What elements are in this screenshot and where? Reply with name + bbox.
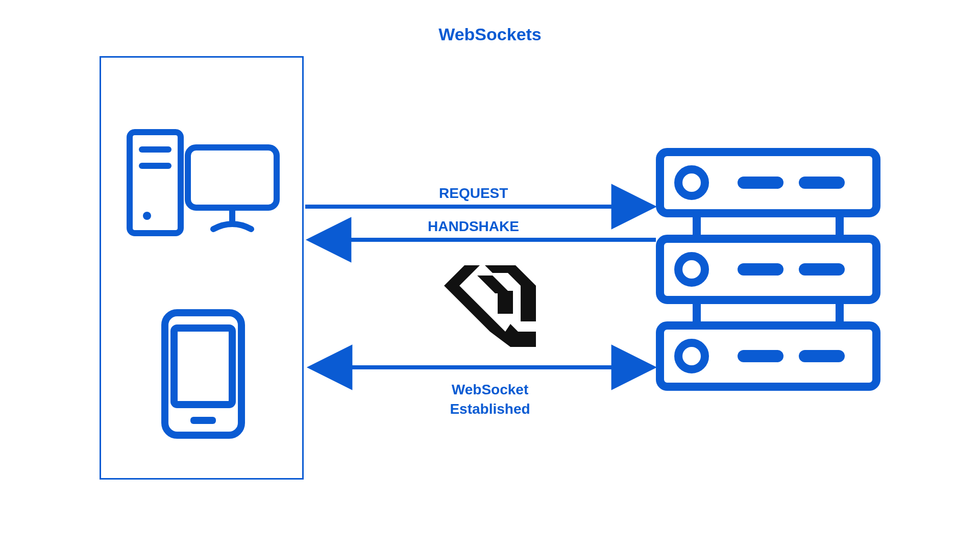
svg-marker-28 — [521, 286, 536, 321]
svg-rect-24 — [799, 350, 845, 362]
svg-rect-18 — [799, 263, 845, 276]
svg-point-22 — [678, 343, 705, 369]
svg-rect-4 — [188, 147, 277, 208]
svg-rect-23 — [738, 350, 783, 362]
svg-rect-17 — [738, 263, 783, 276]
svg-marker-25 — [444, 265, 480, 286]
handshake-label: HANDSHAKE — [428, 218, 519, 235]
established-label: WebSocket Established — [434, 380, 546, 419]
svg-rect-7 — [174, 328, 232, 405]
svg-rect-8 — [190, 417, 216, 424]
svg-marker-29 — [470, 311, 505, 332]
diagram-title: WebSockets — [438, 24, 542, 44]
client-devices-container — [100, 56, 304, 480]
svg-point-16 — [678, 256, 705, 283]
established-label-line2: Established — [450, 401, 530, 417]
svg-rect-11 — [738, 177, 783, 189]
established-label-line1: WebSocket — [452, 382, 528, 397]
svg-marker-26 — [444, 286, 485, 311]
svg-marker-32 — [477, 276, 510, 293]
smartphone-icon — [160, 308, 247, 440]
desktop-computer-icon — [127, 129, 280, 236]
svg-point-10 — [678, 169, 705, 196]
svg-marker-31 — [498, 291, 513, 314]
server-rack-icon — [656, 148, 880, 403]
svg-rect-12 — [799, 177, 845, 189]
request-label: REQUEST — [439, 185, 508, 202]
svg-point-3 — [143, 212, 151, 220]
websocket-logo-icon — [434, 265, 536, 347]
